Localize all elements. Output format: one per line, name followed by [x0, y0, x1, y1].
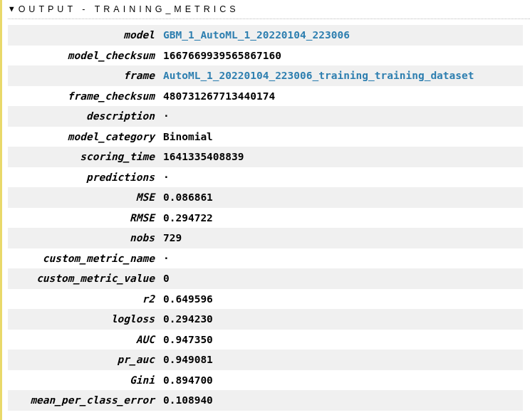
- metrics-table: model GBM_1_AutoML_1_20220104_223006 mod…: [8, 25, 530, 411]
- metric-label: RMSE: [14, 212, 163, 224]
- metric-label: model_checksum: [14, 50, 163, 61]
- table-row: AUC 0.947350: [8, 330, 523, 350]
- metric-label: frame: [14, 70, 163, 81]
- metric-value: [163, 110, 517, 122]
- metric-value: 0.649596: [163, 293, 517, 305]
- table-row: RMSE 0.294722: [8, 208, 523, 229]
- table-row: description: [8, 106, 523, 127]
- metric-value: 0.294722: [163, 212, 517, 224]
- section-title: OUTPUT - TRAINING_METRICS: [19, 4, 239, 14]
- metric-value: 1667669939565867160: [163, 50, 517, 61]
- metric-label: custom_metric_value: [14, 273, 163, 284]
- table-row: mean_per_class_error 0.108940: [8, 390, 523, 411]
- table-row: custom_metric_value 0: [8, 268, 523, 289]
- metric-label: AUC: [14, 334, 163, 345]
- metric-label: pr_auc: [14, 354, 163, 365]
- frame-link[interactable]: AutoML_1_20220104_223006_training_traini…: [163, 70, 517, 81]
- metric-label: scoring_time: [14, 151, 163, 162]
- metric-label: nobs: [14, 232, 163, 243]
- table-row: logloss 0.294230: [8, 309, 523, 330]
- metric-value: 0.947350: [163, 334, 517, 345]
- table-row: model_category Binomial: [8, 127, 523, 147]
- metric-value: 1641335408839: [163, 151, 517, 162]
- metric-value: 0.894700: [163, 374, 517, 386]
- table-row: MSE 0.086861: [8, 187, 523, 208]
- metric-label: Gini: [14, 374, 163, 386]
- table-row: frame AutoML_1_20220104_223006_training_…: [8, 65, 523, 86]
- metric-value: Binomial: [163, 131, 517, 142]
- metric-label: custom_metric_name: [14, 253, 163, 264]
- table-row: nobs 729: [8, 228, 523, 248]
- metric-label: frame_checksum: [14, 90, 163, 102]
- metric-value: 0: [163, 273, 517, 284]
- table-row: pr_auc 0.949081: [8, 350, 523, 370]
- metric-label: model_category: [14, 131, 163, 142]
- table-row: frame_checksum 480731267713440174: [8, 86, 523, 107]
- metric-label: mean_per_class_error: [14, 394, 163, 406]
- metric-label: logloss: [14, 313, 163, 325]
- metric-value: 0.949081: [163, 354, 517, 365]
- metric-label: predictions: [14, 172, 163, 183]
- output-section: ▼ OUTPUT - TRAINING_METRICS model GBM_1_…: [0, 0, 530, 420]
- table-row: Gini 0.894700: [8, 370, 523, 391]
- metric-label: model: [14, 29, 163, 41]
- model-link[interactable]: GBM_1_AutoML_1_20220104_223006: [163, 29, 517, 41]
- metric-value: 0.086861: [163, 191, 517, 203]
- section-header[interactable]: ▼ OUTPUT - TRAINING_METRICS: [8, 3, 530, 19]
- table-row: r2 0.649596: [8, 289, 523, 310]
- table-row: custom_metric_name: [8, 248, 523, 269]
- table-row: model GBM_1_AutoML_1_20220104_223006: [8, 25, 523, 46]
- metric-value: 480731267713440174: [163, 90, 517, 102]
- table-row: scoring_time 1641335408839: [8, 147, 523, 167]
- chevron-down-icon: ▼: [9, 5, 14, 13]
- metric-value: 0.108940: [163, 394, 517, 406]
- metric-label: MSE: [14, 191, 163, 203]
- metric-value: [163, 253, 517, 264]
- metric-value: 729: [163, 232, 517, 243]
- metric-label: r2: [14, 293, 163, 305]
- table-row: model_checksum 1667669939565867160: [8, 46, 523, 66]
- table-row: predictions: [8, 167, 523, 188]
- metric-value: [163, 172, 517, 183]
- metric-value: 0.294230: [163, 313, 517, 325]
- metric-label: description: [14, 110, 163, 122]
